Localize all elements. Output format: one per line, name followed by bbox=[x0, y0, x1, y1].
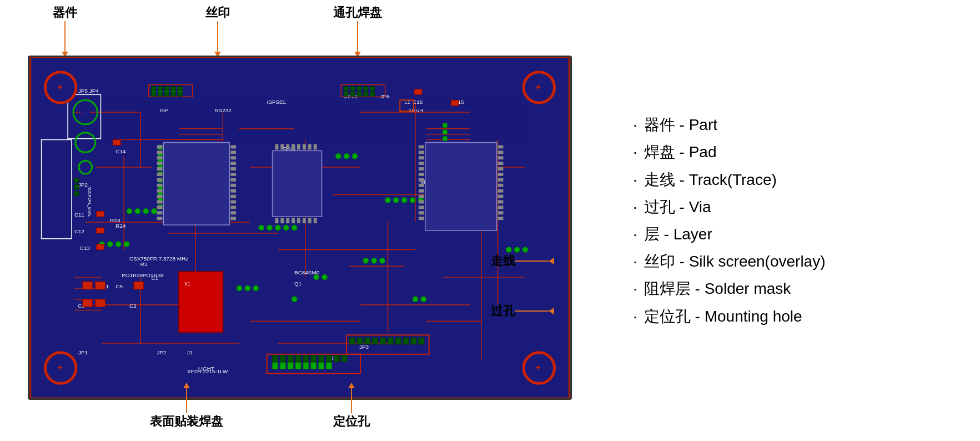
label-dinwei: 定位孔 bbox=[333, 413, 370, 430]
bullet-pad: · bbox=[633, 144, 637, 160]
svg-rect-75 bbox=[443, 123, 447, 128]
arrowhead-dinwei bbox=[348, 383, 355, 388]
svg-text:Q1: Q1 bbox=[294, 280, 302, 287]
svg-rect-252 bbox=[314, 218, 317, 223]
arrow-line-guokong bbox=[515, 310, 549, 312]
svg-text:ISPSEL: ISPSEL bbox=[267, 99, 287, 105]
svg-point-102 bbox=[292, 297, 297, 302]
svg-text:C12: C12 bbox=[74, 228, 84, 234]
svg-rect-195 bbox=[178, 92, 182, 96]
svg-rect-260 bbox=[419, 178, 424, 182]
svg-point-58 bbox=[152, 208, 157, 214]
svg-rect-254 bbox=[419, 145, 424, 148]
svg-text:PO1R38: PO1R38 bbox=[143, 272, 164, 278]
svg-point-71 bbox=[393, 198, 399, 203]
svg-text:+: + bbox=[57, 363, 62, 372]
bullet-track: · bbox=[633, 172, 637, 188]
legend-item-silk: · 丝印 - Silk screen(overlay) bbox=[633, 250, 958, 272]
svg-rect-291 bbox=[83, 282, 93, 289]
svg-text:BC84SM0: BC84SM0 bbox=[294, 269, 320, 275]
label-qijian: 器件 bbox=[53, 4, 77, 21]
svg-point-62 bbox=[259, 225, 264, 230]
legend-item-pad: · 焊盘 - Pad bbox=[633, 141, 958, 163]
svg-rect-270 bbox=[498, 156, 504, 159]
svg-rect-250 bbox=[303, 218, 306, 223]
svg-rect-194 bbox=[171, 92, 175, 96]
svg-rect-193 bbox=[164, 92, 169, 96]
svg-rect-240 bbox=[292, 144, 295, 149]
svg-rect-235 bbox=[230, 217, 236, 220]
svg-rect-228 bbox=[230, 178, 236, 182]
bullet-layer: · bbox=[633, 227, 637, 242]
label-zouxi: 走线 bbox=[491, 253, 515, 269]
svg-rect-255 bbox=[419, 151, 424, 154]
svg-rect-274 bbox=[498, 178, 504, 182]
svg-rect-241 bbox=[297, 144, 300, 149]
svg-point-107 bbox=[380, 258, 385, 263]
svg-point-64 bbox=[275, 225, 280, 230]
svg-rect-205 bbox=[364, 92, 368, 96]
svg-rect-230 bbox=[230, 189, 236, 193]
svg-point-57 bbox=[143, 208, 149, 214]
svg-text:C11: C11 bbox=[74, 212, 85, 218]
svg-rect-238 bbox=[280, 144, 284, 149]
svg-rect-244 bbox=[314, 144, 317, 149]
svg-rect-192 bbox=[158, 92, 162, 96]
svg-point-300 bbox=[82, 139, 89, 146]
svg-text:PO1R39: PO1R39 bbox=[122, 272, 143, 278]
svg-point-108 bbox=[413, 297, 418, 302]
svg-text:NUCROFL_EVAL: NUCROFL_EVAL bbox=[87, 187, 92, 217]
svg-rect-50 bbox=[295, 363, 301, 369]
svg-rect-166 bbox=[288, 355, 293, 362]
svg-rect-290 bbox=[113, 140, 120, 146]
svg-rect-247 bbox=[286, 218, 289, 223]
svg-rect-221 bbox=[157, 217, 163, 220]
svg-point-55 bbox=[127, 208, 132, 214]
bullet-via: · bbox=[633, 199, 637, 215]
svg-rect-258 bbox=[419, 167, 424, 171]
svg-point-105 bbox=[363, 258, 369, 263]
svg-rect-189 bbox=[171, 86, 175, 91]
legend-item-via: · 过孔 - Via bbox=[633, 196, 958, 218]
svg-rect-211 bbox=[157, 162, 163, 165]
svg-rect-164 bbox=[272, 355, 278, 362]
svg-rect-293 bbox=[134, 282, 144, 289]
svg-rect-179 bbox=[380, 338, 386, 344]
pcb-board: ISP RS232 ISPSEL JTAG MCU1 RAM MCU2 MEGA… bbox=[28, 56, 572, 400]
legend-item-mounting: · 定位孔 - Mounting hole bbox=[633, 305, 958, 327]
svg-rect-285 bbox=[414, 89, 422, 94]
svg-rect-233 bbox=[230, 206, 236, 209]
pcb-svg-overlay: ISP RS232 ISPSEL JTAG MCU1 RAM MCU2 MEGA… bbox=[29, 57, 570, 398]
svg-rect-295 bbox=[96, 299, 105, 307]
svg-text:RS232: RS232 bbox=[214, 107, 231, 113]
svg-rect-253 bbox=[425, 143, 497, 230]
svg-rect-180 bbox=[388, 338, 393, 344]
svg-rect-275 bbox=[498, 184, 504, 187]
legend-text-pad: 焊盘 - Pad bbox=[644, 141, 717, 163]
svg-rect-183 bbox=[411, 338, 416, 344]
svg-point-109 bbox=[421, 297, 426, 302]
svg-text:JP1: JP1 bbox=[78, 349, 88, 355]
svg-point-73 bbox=[410, 198, 415, 203]
svg-rect-231 bbox=[230, 195, 236, 198]
svg-point-118 bbox=[514, 247, 520, 253]
svg-point-111 bbox=[107, 242, 113, 247]
svg-rect-234 bbox=[230, 211, 236, 214]
arrow-line-siyin bbox=[217, 21, 218, 52]
svg-text:ISP: ISP bbox=[159, 107, 168, 113]
svg-rect-175 bbox=[349, 338, 355, 344]
svg-rect-217 bbox=[157, 195, 163, 198]
svg-rect-172 bbox=[334, 355, 339, 362]
svg-rect-281 bbox=[498, 217, 504, 220]
svg-rect-261 bbox=[419, 184, 424, 187]
svg-rect-220 bbox=[157, 211, 163, 214]
svg-rect-176 bbox=[357, 338, 363, 344]
svg-rect-259 bbox=[419, 173, 424, 176]
svg-rect-313 bbox=[74, 185, 79, 189]
legend-item-soldermask: · 阻焊层 - Solder mask bbox=[633, 278, 958, 299]
svg-rect-213 bbox=[157, 173, 163, 176]
svg-point-119 bbox=[522, 247, 528, 253]
svg-rect-199 bbox=[357, 86, 361, 91]
svg-point-56 bbox=[135, 208, 140, 214]
svg-rect-239 bbox=[286, 144, 289, 149]
